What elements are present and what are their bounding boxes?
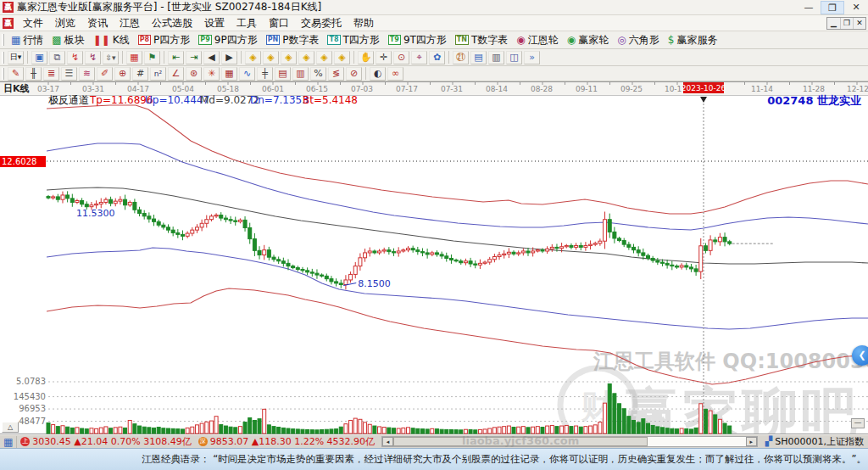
trend-polyline2-icon[interactable]: ↯ (85, 51, 101, 64)
new-chart-window-icon[interactable]: ▣ (31, 51, 47, 64)
t-square-icon: T8 (327, 35, 340, 45)
candle-body (200, 223, 203, 227)
period-daily-dropdown[interactable]: 日▾ (8, 51, 24, 64)
panel-a-tool-icon[interactable]: ▤ (275, 67, 291, 81)
percent-tool-icon[interactable]: % (310, 67, 326, 81)
mdi-restore-button[interactable]: ❐ (840, 18, 853, 29)
toolbar-button-sectors[interactable]: ▩板块 (47, 32, 88, 48)
volume-scale-label: 48477 (19, 417, 46, 426)
first-page-icon[interactable]: ⇤ (168, 51, 184, 64)
flag-marker-icon[interactable]: ⚑ (144, 51, 160, 64)
current-symbol-cell[interactable]: ▞ SH000001,上证指数 (761, 435, 868, 448)
panel-b-tool-icon[interactable]: ▥ (292, 67, 309, 81)
last-page-icon[interactable]: ⇥ (186, 51, 202, 64)
gann-diamond-left-icon[interactable]: ◈ (281, 51, 297, 64)
menu-item-设置[interactable]: 设置 (198, 16, 231, 30)
yin-yang-icon[interactable]: ◐ (370, 67, 386, 81)
quote-grid-button[interactable]: ▦ (0, 436, 17, 448)
chart-canvas[interactable]: 财江恩工具软件 QQ:100800360赢家聊吧03-1703-3104-170… (0, 81, 868, 434)
gann-diamond-expand-icon[interactable]: ◈ (316, 51, 332, 64)
menu-item-江恩[interactable]: 江恩 (114, 16, 146, 30)
menu-item-文件[interactable]: 文件 (17, 16, 49, 30)
volume-bar (52, 425, 55, 434)
label-tool-icon[interactable]: ⌖ (411, 51, 427, 64)
save-icon[interactable]: ◫ (506, 51, 522, 64)
toolbar-button-winner-wheel[interactable]: ◉赢家轮 (563, 32, 613, 48)
time-cycle-tool-icon[interactable]: ⊛ (186, 67, 202, 81)
circle-cross-tool-icon[interactable]: ⊕ (114, 67, 131, 81)
candlestick-series[interactable] (47, 191, 732, 289)
menu-item-资讯[interactable]: 资讯 (81, 16, 114, 30)
toolbar-button-t-square[interactable]: T8T四方形 (323, 32, 383, 48)
menu-item-帮助[interactable]: 帮助 (348, 16, 380, 30)
toolbar-button-p-digit-table[interactable]: PNP数字表 (262, 32, 324, 48)
gann-diamond-right-icon[interactable]: ◈ (298, 51, 314, 64)
strike-circle-tool-icon[interactable]: ⊘ (346, 67, 362, 81)
hand-drag-icon[interactable]: ✋ (358, 51, 374, 64)
toolbar-button-p-square[interactable]: P8P四方形 (134, 32, 195, 48)
toolbar-button-gann-wheel[interactable]: ◉江恩轮 (512, 32, 562, 48)
prev-bar-icon[interactable]: ◀ (203, 51, 220, 64)
trade-truck-icon[interactable]: » (524, 51, 540, 64)
next-bar-icon[interactable]: ▶ (221, 51, 237, 64)
sidebar-collapse-button[interactable]: ❮ (852, 345, 868, 366)
speed-lines-tool-icon[interactable]: ≶ (328, 67, 344, 81)
calendar-icon[interactable]: ㉑ (453, 51, 469, 64)
volume-pane-expand-button[interactable]: △ (2, 422, 19, 433)
star-rays-tool-icon[interactable]: ✳ (203, 67, 220, 81)
menu-item-窗口[interactable]: 窗口 (263, 16, 295, 30)
zoom-tool-icon[interactable]: ⊙ (393, 51, 409, 64)
fib-levels-tool-icon[interactable]: ☰ (61, 67, 77, 81)
angle-tool-icon[interactable]: ∠ (168, 67, 184, 81)
gann-diamond-down-icon[interactable]: ◈ (263, 51, 279, 64)
toolbar-button-kline[interactable]: ❚❚K线 (89, 32, 134, 48)
square-of-nine-tool-icon[interactable]: n² (150, 67, 166, 81)
close-button[interactable]: ✕ (844, 1, 868, 14)
trend-polyline-icon[interactable]: ↯ (67, 51, 83, 64)
crosshair-icon[interactable]: ✛ (376, 51, 392, 64)
menu-item-交易委托[interactable]: 交易委托 (295, 16, 348, 30)
maximize-button[interactable]: ❐ (821, 1, 844, 14)
copy-chart-icon[interactable]: ⧉ (49, 51, 65, 64)
scrollbar-thumb[interactable] (393, 437, 648, 446)
candle-style-dropdown[interactable]: ⇳▾ (103, 51, 119, 64)
scroll-left-arrow[interactable]: ◂ (382, 437, 393, 446)
toolbar-button-winner-service[interactable]: $赢家服务 (664, 32, 722, 48)
gann-diamond-collapse-icon[interactable]: ◈ (334, 51, 350, 64)
chart-area[interactable]: 财江恩工具软件 QQ:100800360赢家聊吧03-1703-3104-170… (0, 81, 868, 434)
volume-bar (85, 429, 88, 434)
pane-tab-daily[interactable]: 日K线 (3, 83, 30, 94)
pencil-tool-icon[interactable]: ✎ (8, 67, 24, 81)
hline-levels-tool-icon[interactable]: ╫ (25, 67, 42, 81)
mdi-close-button[interactable]: ✕ (853, 18, 865, 29)
double-fence-tool-icon[interactable]: ╪ (257, 67, 273, 81)
menu-item-公式选股[interactable]: 公式选股 (146, 16, 198, 30)
scroll-right-arrow[interactable]: ▸ (746, 437, 757, 446)
wave-tool-icon[interactable]: ∿ (239, 67, 255, 81)
price-grid-tool-icon[interactable]: ▦ (221, 67, 237, 81)
fence-tool-icon[interactable]: # (132, 67, 148, 81)
toolbar-button-quotes[interactable]: ▦行情 (7, 32, 47, 48)
menu-item-浏览[interactable]: 浏览 (49, 16, 81, 30)
index-quote-0[interactable]: 上3030.45 ▲21.04 0.70% 3108.49亿 (17, 436, 194, 448)
toolbar-button-hexagon[interactable]: ◎六角形 (613, 32, 663, 48)
gann-diamond-up-icon[interactable]: ◈ (245, 51, 261, 64)
index-quote-1[interactable]: 深9853.07 ▲118.30 1.22% 4532.90亿 (195, 436, 378, 448)
band-tool-icon[interactable]: ≋ (79, 67, 95, 81)
minimize-button[interactable]: — (797, 1, 821, 14)
horizontal-scrollbar[interactable]: ◂ ▸ (381, 436, 758, 447)
toolbar-button-t-digit-table[interactable]: TNT数字表 (451, 32, 513, 48)
infinity-icon[interactable]: ∞ (387, 67, 403, 81)
grid-style-icon[interactable]: ▦ (126, 51, 142, 64)
gann-grid-tool-icon[interactable]: ≣ (43, 67, 59, 81)
angle-pen-tool-icon[interactable]: ✐ (97, 67, 113, 81)
pane-minimize-button[interactable]: — (851, 418, 865, 428)
menu-item-工具[interactable]: 工具 (231, 16, 263, 30)
toolbar-button-9p-square[interactable]: P99P四方形 (194, 32, 261, 48)
calculator-icon[interactable]: ▤ (470, 51, 487, 64)
mdi-minimize-button[interactable]: ▁ (827, 18, 840, 29)
volume-bar (209, 421, 213, 434)
notes-icon[interactable]: ▥ (488, 51, 504, 64)
toolbar-button-9t-square[interactable]: T99T四方形 (384, 32, 451, 48)
spiral-tool-icon[interactable]: ✿ (429, 51, 445, 64)
